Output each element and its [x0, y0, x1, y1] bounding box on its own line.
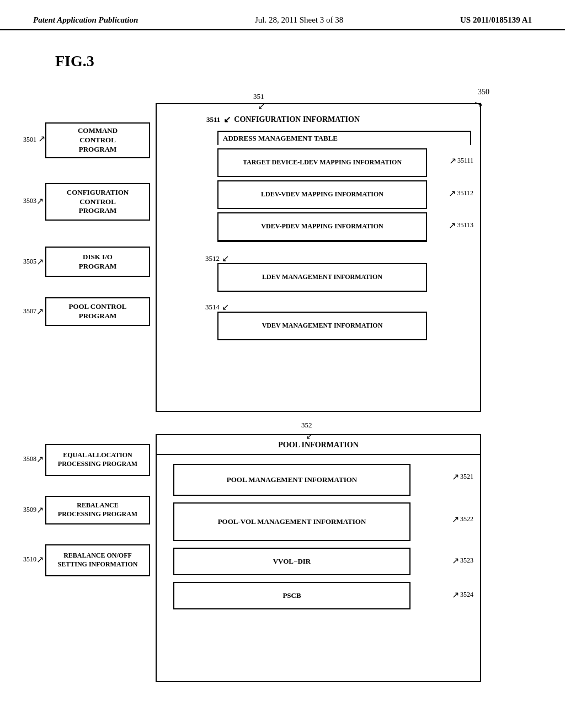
vvol-dir-box: VVOL−DIR — [173, 548, 411, 575]
addr-mgmt-table-label: ADDRESS MANAGEMENT TABLE — [217, 131, 471, 145]
diagram-area: 350 ↙ 351 ↙ 3511 ↙ CONFIGURATION INFORMA… — [45, 87, 520, 693]
patent-number-label: US 2011/0185139 A1 — [460, 15, 532, 25]
ref-3514: 3514 — [205, 303, 220, 312]
ref-3512: 3512 — [205, 254, 220, 263]
pool-control-box: POOL CONTROL PROGRAM — [45, 297, 150, 326]
ref-3510: 3510 ↗ — [23, 554, 44, 565]
config-info-label: CONFIGURATION INFORMATION — [234, 115, 360, 124]
ref-35112-row: ↗ 35112 — [449, 188, 473, 199]
ref-3514-row: 3514 ↙ — [205, 302, 229, 312]
arrow-3512-icon: ↙ — [222, 253, 229, 264]
arrow-35112-icon: ↗ — [449, 188, 456, 199]
addr-table-bottom-border — [217, 241, 427, 242]
rebalance-onoff-box: REBALANCE ON/OFF SETTING INFORMATION — [45, 544, 150, 576]
disk-io-label: DISK I/O PROGRAM — [79, 253, 117, 271]
arrow-3524-icon: ↗ — [452, 590, 459, 600]
arrow-3514-icon: ↙ — [222, 302, 229, 312]
ldev-vdev-box: LDEV-VDEV MAPPING INFORMATION — [217, 180, 427, 209]
ref-3522-row: ↗ 3522 — [452, 514, 473, 524]
pool-mgmt-box: POOL MANAGEMENT INFORMATION — [173, 464, 411, 496]
ref-3523-row: ↗ 3523 — [452, 555, 473, 566]
ref-35113-row: ↗ 35113 — [449, 220, 473, 231]
page-header: Patent Application Publication Jul. 28, … — [0, 0, 565, 30]
target-device-ldev-box: TARGET DEVICE-LDEV MAPPING INFORMATION — [217, 148, 427, 177]
equal-allocation-box: EQUAL ALLOCATION PROCESSING PROGRAM — [45, 444, 150, 476]
ref-3521-row: ↗ 3521 — [452, 472, 473, 482]
box-351: 351 ↙ 3511 ↙ CONFIGURATION INFORMATION A… — [156, 103, 481, 412]
ref-3503: 3503 ↗ — [23, 196, 44, 206]
pool-info-label: POOL INFORMATION — [157, 441, 480, 455]
ref-35111: 35111 — [457, 157, 473, 165]
command-control-label: COMMAND CONTROL PROGRAM — [78, 126, 118, 154]
ref-35113: 35113 — [457, 221, 473, 229]
pool-control-label: POOL CONTROL PROGRAM — [68, 302, 126, 321]
ref-3507: 3507 ↗ — [23, 306, 44, 317]
config-info-row: 3511 ↙ CONFIGURATION INFORMATION — [206, 114, 360, 125]
pscb-box: PSCB — [173, 582, 411, 609]
disk-io-box: DISK I/O PROGRAM — [45, 247, 150, 277]
rebalance-proc-box: REBALANCE PROCESSING PROGRAM — [45, 496, 150, 524]
date-sheet-label: Jul. 28, 2011 Sheet 3 of 38 — [255, 15, 343, 25]
equal-allocation-label: EQUAL ALLOCATION PROCESSING PROGRAM — [58, 451, 137, 468]
ref-352-label: 352 — [301, 421, 312, 430]
configuration-control-label: CONFIGURATION CONTROL PROGRAM — [67, 188, 129, 216]
rebalance-proc-label: REBALANCE PROCESSING PROGRAM — [58, 501, 137, 518]
arrow-351-icon: ↙ — [258, 101, 265, 111]
ref-3509: 3509 ↗ — [23, 505, 44, 515]
ref-3524-row: ↗ 3524 — [452, 590, 473, 600]
ref-351-label: 351 — [253, 92, 264, 101]
command-control-box: COMMAND CONTROL PROGRAM — [45, 122, 150, 158]
vdev-pdev-box: VDEV-PDEV MAPPING INFORMATION — [217, 212, 427, 241]
pool-vol-mgmt-box: POOL-VOL MANAGEMENT INFORMATION — [173, 502, 411, 541]
arrow-3521-icon: ↗ — [452, 472, 459, 482]
ref-3505: 3505 ↗ — [23, 256, 44, 267]
arrow-35111-icon: ↗ — [449, 156, 456, 166]
arrow-3522-icon: ↗ — [452, 514, 459, 524]
arrow-3523-icon: ↗ — [452, 555, 459, 566]
vdev-mgmt-box: VDEV MANAGEMENT INFORMATION — [217, 312, 427, 340]
ref-3508: 3508 ↗ — [23, 454, 44, 464]
ref-3521: 3521 — [460, 473, 473, 481]
ref-350: 350 — [478, 88, 489, 97]
ref-3511: 3511 — [206, 115, 220, 124]
publication-label: Patent Application Publication — [33, 15, 138, 25]
arrow-352-icon: ↙ — [306, 431, 313, 441]
ref-3512-row: 3512 ↙ — [205, 253, 229, 264]
box-352: 352 ↙ POOL INFORMATION POOL MANAGEMENT I… — [156, 434, 481, 682]
rebalance-onoff-label: REBALANCE ON/OFF SETTING INFORMATION — [58, 552, 138, 569]
ref-3524: 3524 — [460, 591, 473, 599]
figure-label: FIG.3 — [55, 52, 565, 70]
ref-35111-row: ↗ 35111 — [449, 156, 473, 166]
ref-3523: 3523 — [460, 556, 473, 565]
ldev-mgmt-box: LDEV MANAGEMENT INFORMATION — [217, 263, 427, 292]
ref-35112: 35112 — [457, 189, 473, 197]
ref-3501: 3501 ↗ — [23, 133, 45, 144]
configuration-control-box: CONFIGURATION CONTROL PROGRAM — [45, 183, 150, 221]
arrow-35113-icon: ↗ — [449, 220, 456, 231]
ref-3522: 3522 — [460, 515, 473, 523]
arrow-3511-icon: ↙ — [223, 114, 231, 125]
